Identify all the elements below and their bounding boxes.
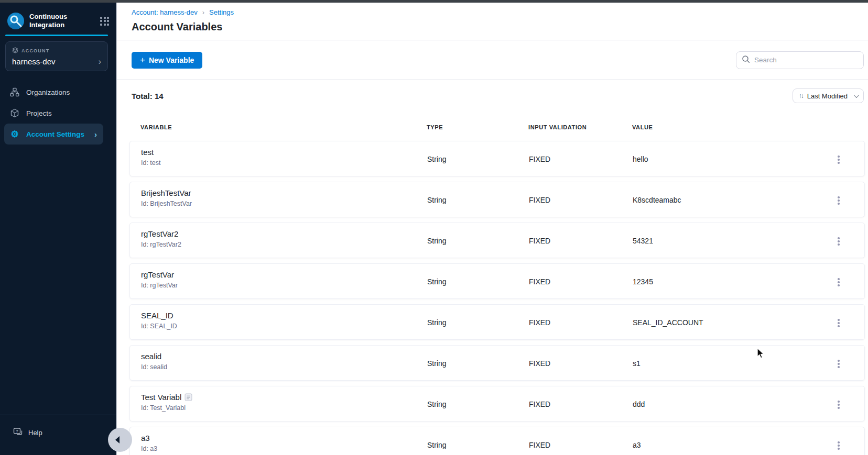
- variable-input-validation: FIXED: [529, 400, 550, 408]
- variable-type: String: [427, 278, 447, 286]
- plus-icon: +: [140, 55, 145, 65]
- module-grid-icon[interactable]: [100, 17, 109, 26]
- total-count: Total: 14: [132, 92, 164, 101]
- module-accent-bar: [5, 35, 108, 36]
- variable-type: String: [427, 196, 447, 204]
- table-row[interactable]: rgTestVar Id: rgTestVar String FIXED 123…: [129, 263, 865, 299]
- breadcrumb-account-link[interactable]: Account: harness-dev: [132, 8, 198, 16]
- variable-id: Id: rgTestVar: [141, 282, 178, 289]
- variable-type: String: [427, 318, 447, 327]
- variable-type: String: [427, 155, 447, 163]
- row-menu-button[interactable]: [833, 235, 844, 248]
- list-header: Total: 14 ↑↓ Last Modified: [117, 80, 868, 103]
- account-selector[interactable]: ACCOUNT harness-dev ›: [5, 41, 108, 71]
- variable-name: a3: [141, 434, 150, 442]
- table-row[interactable]: BrijeshTestVar Id: BrijeshTestVar String…: [129, 182, 865, 217]
- variable-id: Id: SEAL_ID: [141, 323, 177, 330]
- variable-id: Id: Test_Variabl: [141, 404, 192, 412]
- row-menu-button[interactable]: [833, 357, 844, 371]
- variable-name-cell: SEAL_ID Id: SEAL_ID: [141, 311, 177, 330]
- variable-value: a3: [633, 441, 641, 449]
- variable-name: Test Variabl: [141, 393, 181, 402]
- search-icon: [742, 55, 750, 65]
- variable-value: K8scdteamabc: [633, 196, 681, 204]
- new-variable-label: New Variable: [149, 56, 194, 64]
- column-header-value: VALUE: [632, 124, 653, 130]
- variable-name-cell: rgTestVar Id: rgTestVar: [141, 270, 178, 289]
- variable-input-validation: FIXED: [529, 441, 550, 449]
- table-row[interactable]: SEAL_ID Id: SEAL_ID String FIXED SEAL_ID…: [129, 304, 865, 340]
- sidebar-nav: Organizations Projects ⚙ Account Setting…: [0, 82, 116, 145]
- variable-type: String: [427, 441, 447, 449]
- variable-id: Id: sealid: [141, 363, 167, 371]
- org-chart-icon: [10, 87, 19, 97]
- column-header-type: TYPE: [427, 124, 443, 130]
- sidebar-item-account-settings[interactable]: ⚙ Account Settings ›: [4, 124, 103, 145]
- new-variable-button[interactable]: + New Variable: [132, 52, 202, 69]
- variable-input-validation: FIXED: [529, 155, 550, 163]
- help-button[interactable]: ? Help: [0, 415, 116, 455]
- help-label: Help: [28, 429, 42, 437]
- variable-value: hello: [633, 155, 648, 163]
- table-column-headers: VARIABLE TYPE INPUT VALIDATION VALUE: [117, 124, 868, 131]
- variable-value: s1: [633, 359, 641, 368]
- sidebar-item-projects[interactable]: Projects: [0, 103, 116, 124]
- sort-label: Last Modified: [807, 92, 848, 100]
- sidebar-footer: ? Help: [0, 415, 116, 455]
- help-chat-icon: ?: [13, 427, 23, 438]
- variable-name-cell: BrijeshTestVar Id: BrijeshTestVar: [141, 188, 192, 207]
- layers-icon: [12, 46, 18, 56]
- sidebar-item-label: Account Settings: [26, 130, 84, 138]
- variable-id: Id: a3: [141, 445, 157, 452]
- description-icon: [185, 393, 192, 401]
- variable-name: test: [141, 148, 154, 157]
- row-menu-button[interactable]: [833, 398, 844, 412]
- row-menu-button[interactable]: [833, 439, 844, 452]
- variable-value: SEAL_ID_ACCOUNT: [633, 318, 703, 327]
- sidebar-collapse-handle[interactable]: [108, 428, 132, 452]
- table-row[interactable]: Test Variabl Id: Test_Variabl String FIX…: [129, 386, 865, 421]
- chevron-down-icon: [854, 93, 859, 98]
- variable-name-cell: sealid Id: sealid: [141, 352, 167, 371]
- breadcrumb-settings-link[interactable]: Settings: [209, 8, 234, 16]
- variable-type: String: [427, 237, 447, 245]
- page-title: Account Variables: [132, 21, 868, 33]
- collapse-arrow-icon: [115, 436, 120, 443]
- search-input[interactable]: [754, 56, 843, 64]
- sidebar-item-organizations[interactable]: Organizations: [0, 82, 116, 103]
- gear-icon: ⚙: [10, 129, 19, 139]
- row-menu-button[interactable]: [833, 275, 844, 289]
- account-name: harness-dev: [12, 57, 56, 66]
- breadcrumb: Account: harness-dev › Settings: [132, 8, 868, 16]
- product-title: Continuous Integration: [29, 13, 80, 29]
- row-menu-button[interactable]: [833, 153, 844, 167]
- sort-dropdown[interactable]: ↑↓ Last Modified: [793, 88, 864, 103]
- variable-name-cell: a3 Id: a3: [141, 434, 157, 452]
- table-row[interactable]: sealid Id: sealid String FIXED s1: [129, 345, 865, 381]
- column-header-input-validation: INPUT VALIDATION: [528, 124, 587, 130]
- variables-list: test Id: test String FIXED hello Brijesh…: [117, 141, 868, 455]
- variable-name: rgTestVar: [141, 270, 174, 279]
- variable-value: ddd: [633, 400, 645, 408]
- account-label: ACCOUNT: [21, 48, 49, 53]
- search-box[interactable]: [736, 51, 864, 69]
- variable-value: 12345: [633, 278, 653, 286]
- variable-name-cell: Test Variabl Id: Test_Variabl: [141, 393, 192, 412]
- column-header-variable: VARIABLE: [140, 124, 172, 130]
- variable-name-cell: test Id: test: [141, 148, 161, 167]
- row-menu-button[interactable]: [833, 194, 844, 207]
- main-content: Account: harness-dev › Settings Account …: [116, 3, 868, 455]
- variable-name: sealid: [141, 352, 161, 361]
- sidebar-item-label: Projects: [26, 109, 52, 117]
- variable-input-validation: FIXED: [529, 278, 550, 286]
- table-row[interactable]: a3 Id: a3 String FIXED a3: [129, 427, 865, 455]
- page-header: Account: harness-dev › Settings Account …: [117, 3, 868, 40]
- table-row[interactable]: rgTestVar2 Id: rgTestVar2 String FIXED 5…: [129, 223, 865, 258]
- row-menu-button[interactable]: [833, 316, 844, 330]
- harness-ci-logo-icon: [7, 12, 25, 30]
- svg-text:?: ?: [16, 429, 18, 434]
- variable-name: BrijeshTestVar: [141, 188, 191, 197]
- table-row[interactable]: test Id: test String FIXED hello: [129, 141, 865, 176]
- cube-icon: [10, 108, 19, 118]
- variable-name: rgTestVar2: [141, 229, 178, 238]
